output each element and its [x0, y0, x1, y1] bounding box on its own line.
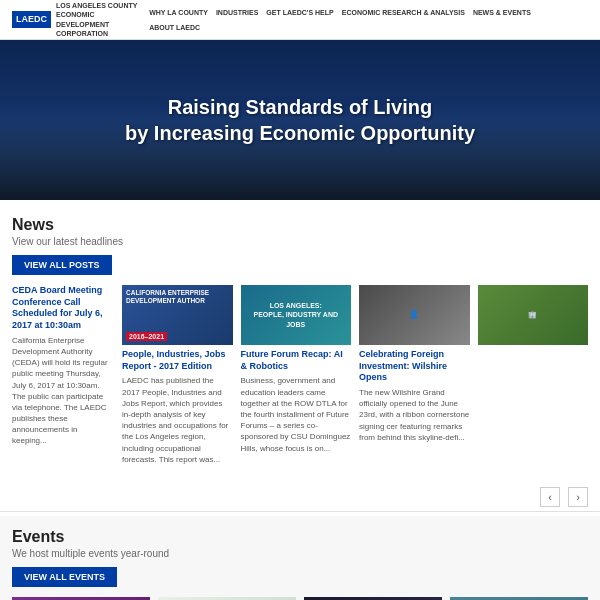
news-section: News View our latest headlines VIEW ALL … — [0, 200, 600, 481]
carousel-controls: ‹ › — [0, 481, 600, 507]
news-left-item: CEDA Board Meeting Conference Call Sched… — [12, 285, 112, 465]
events-title: Events — [12, 528, 588, 546]
news-item-2-body: Business, government and education leade… — [241, 375, 352, 453]
header: LAEDC LOS ANGELES COUNTY ECONOMIC DEVELO… — [0, 0, 600, 40]
news-img-la: LOS ANGELES:PEOPLE, INDUSTRY AND JOBS — [241, 285, 352, 345]
nav-research[interactable]: ECONOMIC RESEARCH & ANALYSIS — [342, 9, 465, 16]
news-items-container: CALIFORNIA ENTERPRISE DEVELOPMENT AUTHOR… — [122, 285, 588, 465]
events-header: Events We host multiple events year-roun… — [12, 528, 588, 587]
news-img-cel: 🏢 — [478, 285, 589, 345]
prev-arrow[interactable]: ‹ — [540, 487, 560, 507]
news-img-ai-text: 👤 — [405, 306, 423, 324]
hero-title: Raising Standards of Living — [125, 94, 475, 120]
nav-why-la[interactable]: WHY LA COUNTY — [149, 9, 208, 16]
section-divider — [0, 511, 600, 512]
news-item: CALIFORNIA ENTERPRISE DEVELOPMENT AUTHOR… — [122, 285, 233, 465]
hero-section: Raising Standards of Living by Increasin… — [0, 40, 600, 200]
nav-about[interactable]: ABOUT LAEDC — [149, 24, 200, 31]
logo-area[interactable]: LAEDC LOS ANGELES COUNTY ECONOMIC DEVELO… — [12, 1, 149, 37]
logo-badge: LAEDC — [12, 11, 51, 28]
view-all-posts-button[interactable]: VIEW ALL POSTS — [12, 255, 112, 275]
next-arrow[interactable]: › — [568, 487, 588, 507]
news-item-1-title[interactable]: People, Industries, Jobs Report - 2017 E… — [122, 349, 233, 372]
news-grid: CEDA Board Meeting Conference Call Sched… — [12, 285, 588, 465]
hero-subtitle: by Increasing Economic Opportunity — [125, 120, 475, 146]
view-all-events-button[interactable]: VIEW ALL EVENTS — [12, 567, 117, 587]
news-img-cel-text: 🏢 — [524, 306, 541, 323]
logo-text: LOS ANGELES COUNTY ECONOMIC DEVELOPMENT … — [56, 1, 149, 37]
news-img-ceda: CALIFORNIA ENTERPRISE DEVELOPMENT AUTHOR… — [122, 285, 233, 345]
news-item: 🏢 — [478, 285, 589, 465]
news-img-la-text: LOS ANGELES:PEOPLE, INDUSTRY AND JOBS — [241, 297, 352, 332]
nav-industries[interactable]: INDUSTRIES — [216, 9, 258, 16]
news-item: LOS ANGELES:PEOPLE, INDUSTRY AND JOBS Fu… — [241, 285, 352, 465]
news-img-ai: 👤 — [359, 285, 470, 345]
hero-content: Raising Standards of Living by Increasin… — [105, 94, 495, 146]
events-section: Events We host multiple events year-roun… — [0, 516, 600, 600]
news-left-body: California Enterprise Development Author… — [12, 335, 112, 447]
nav-get-help[interactable]: GET LAEDC'S HELP — [266, 9, 333, 16]
ceda-img-text: CALIFORNIA ENTERPRISE DEVELOPMENT AUTHOR — [126, 289, 229, 306]
news-subtitle: View our latest headlines — [12, 236, 588, 247]
news-title: News — [12, 216, 588, 234]
news-header: News View our latest headlines VIEW ALL … — [12, 216, 588, 275]
news-left-title[interactable]: CEDA Board Meeting Conference Call Sched… — [12, 285, 112, 332]
news-item-1-body: LAEDC has published the 2017 People, Ind… — [122, 375, 233, 465]
news-item: 👤 Celebrating Foreign Investment: Wilshi… — [359, 285, 470, 465]
main-nav: WHY LA COUNTY INDUSTRIES GET LAEDC'S HEL… — [149, 9, 588, 31]
news-item-3-body: The new Wilshire Grand officially opened… — [359, 387, 470, 443]
ceda-year: 2016–2021 — [126, 332, 167, 341]
news-item-3-title[interactable]: Celebrating Foreign Investment: Wilshire… — [359, 349, 470, 384]
news-item-2-title[interactable]: Future Forum Recap: AI & Robotics — [241, 349, 352, 372]
events-subtitle: We host multiple events year-round — [12, 548, 588, 559]
nav-news[interactable]: NEWS & EVENTS — [473, 9, 531, 16]
